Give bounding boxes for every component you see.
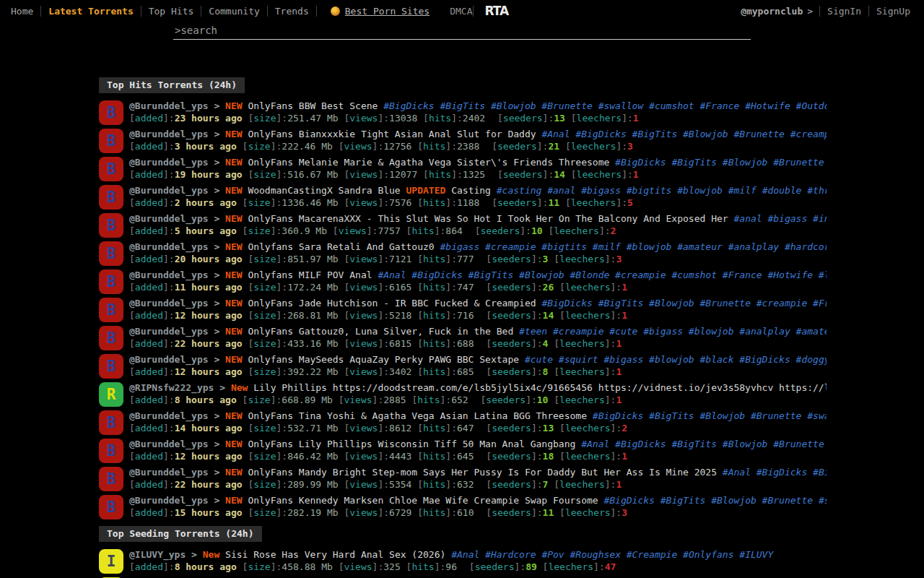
uploader-link[interactable]: @Burunddel_yps <box>129 354 209 365</box>
hashtag-links[interactable]: #BigDicks #BigTits #Blowjob #Brunette #s… <box>603 495 827 506</box>
nav-item-home[interactable]: Home <box>4 6 40 17</box>
torrent-title-link[interactable]: OnlyFans Melanie Marie & Agatha Vega Sis… <box>248 157 609 168</box>
best-porn-sites-link[interactable]: Best Porn Sites <box>331 6 430 17</box>
uploader-avatar[interactable]: B <box>99 354 123 379</box>
signup-link[interactable]: SignUp <box>870 6 917 17</box>
uploader-link[interactable]: @Burunddel_yps <box>129 467 209 478</box>
uploader-avatar[interactable]: B <box>99 129 123 153</box>
nav-item-community[interactable]: Community <box>202 6 266 17</box>
search-input[interactable] <box>173 23 751 40</box>
nav-item-trends[interactable]: Trends <box>269 6 315 17</box>
uploader-link[interactable]: @Burunddel_yps <box>129 269 209 280</box>
torrent-title-link[interactable]: OnlyFans Gattouz0, Luna Silver, Fuck in … <box>248 326 513 337</box>
uploader-avatar[interactable]: B <box>99 410 123 435</box>
stat-label-seeders: seeders <box>492 254 531 264</box>
hashtag-links[interactable]: #Anal #BigDicks #BigTits #Blowjob #Blond… <box>378 269 827 280</box>
stat-bracket: ]: <box>271 141 282 152</box>
stat-value-hits: 2402 <box>463 113 485 124</box>
hashtag-links[interactable]: #BigDicks #BigTits #Blowjob #Brunette #c… <box>541 298 827 309</box>
signin-link[interactable]: SignIn <box>821 6 868 17</box>
torrent-title-link[interactable]: OnlyFans Jade Hutchison - IR BBC Fucked … <box>248 298 536 309</box>
uploader-avatar[interactable]: R <box>99 382 123 407</box>
hashtag-links[interactable]: #Anal #BigDicks #BigTits #Blowjob #Brune… <box>541 129 827 139</box>
stat-value-seeders: 13 <box>543 423 554 434</box>
uploader-avatar[interactable]: B <box>99 298 123 322</box>
hashtag-links[interactable]: #teen #creampie #cute #bigass #blowjob #… <box>519 326 827 337</box>
uploader-avatar[interactable]: B <box>99 495 123 519</box>
torrent-title-link[interactable]: Onlyfans MaySeeds AquaZay Perky PAWG BBC… <box>248 354 519 365</box>
uploader-avatar[interactable]: B <box>99 439 123 463</box>
stat-value-seeders: 14 <box>543 310 554 321</box>
uploader-link[interactable]: @Burunddel_yps <box>129 495 209 506</box>
torrent-title-link[interactable]: OnlyFans Bianxxxkie Tight Asian Anal Slu… <box>248 129 536 139</box>
torrent-title-link[interactable]: Sisi Rose Has Very Hard Anal Sex (2026) <box>225 549 445 560</box>
section-header: Top Hits Torrents (24h) <box>99 77 245 93</box>
hashtag-links[interactable]: #casting #anal #bigass #bigtits #blowjob… <box>497 185 827 196</box>
hashtag-links[interactable]: #cute #squirt #bigass #blowjob #black #B… <box>525 354 827 365</box>
uploader-link[interactable]: @Burunddel_yps <box>129 157 209 168</box>
torrent-title-link[interactable]: Onlyfans Sara Retali And Gattouz0 <box>248 241 434 252</box>
stat-value-added: 3 hours ago <box>175 141 237 152</box>
stat-value-added: 14 hours ago <box>175 423 243 434</box>
uploader-avatar[interactable]: B <box>99 241 123 266</box>
torrent-title-link[interactable]: OnlyFans Lily Phillips Wisconsin Tiff 50… <box>248 439 575 449</box>
stat-bracket: ]: <box>163 310 175 321</box>
status-badge: NEW <box>225 439 242 449</box>
brand-handle[interactable]: @mypornclub <box>741 6 803 17</box>
stat-label-leechers: leechers <box>548 561 593 572</box>
stat-bracket: ]: <box>531 338 543 349</box>
nav-item-latest-torrents[interactable]: Latest Torrents <box>42 6 139 17</box>
torrent-title-link[interactable]: OnlyFans Tina Yoshi & Agatha Vega Asian … <box>248 410 587 421</box>
torrent-title-link[interactable]: OnlyFans MacarenaXXX - This Slut Was So … <box>248 213 728 224</box>
stat-label-size: size <box>248 225 270 236</box>
uploader-link[interactable]: @Burunddel_yps <box>129 129 209 139</box>
stat-bracket: ]: <box>276 310 288 321</box>
uploader-avatar[interactable]: B <box>99 467 123 491</box>
uploader-link[interactable]: @RIPNsfw222_yps <box>129 382 214 393</box>
torrent-title-link[interactable]: OnlyFans Mandy Bright Step-mom Says Her … <box>248 467 717 478</box>
hashtag-links[interactable]: #BigDicks #BigTits #Blowjob #Brunette #s… <box>383 100 827 111</box>
uploader-link[interactable]: @ILUVY_yps <box>129 549 186 560</box>
stat-label-added: added <box>135 282 163 293</box>
stat-label-seeders: seeders <box>492 282 531 293</box>
uploader-avatar[interactable]: B <box>99 157 123 181</box>
uploader-avatar[interactable]: B <box>99 100 123 125</box>
uploader-link[interactable]: @Burunddel_yps <box>129 410 209 421</box>
uploader-avatar[interactable]: I <box>99 549 123 574</box>
stat-bracket: ]: <box>445 366 457 377</box>
uploader-avatar[interactable]: B <box>99 213 123 238</box>
stat-bracket: [ <box>469 561 475 572</box>
uploader-link[interactable]: @Burunddel_yps <box>129 213 209 224</box>
hashtag-links[interactable]: #BigDicks #BigTits #Blowjob #Brunette #s… <box>593 410 827 421</box>
hashtag-links[interactable]: #Anal #Hardcore #Pov #Roughsex #Creampie… <box>451 549 773 560</box>
uploader-avatar[interactable]: B <box>99 185 123 210</box>
stat-bracket: [ <box>565 197 571 208</box>
uploader-link[interactable]: @Burunddel_yps <box>129 439 209 449</box>
hashtag-links[interactable]: #BigDicks #BigTits #Blowjob #Brunette #s… <box>615 157 827 168</box>
uploader-link[interactable]: @Burunddel_yps <box>129 298 209 309</box>
uploader-link[interactable]: @Burunddel_yps <box>129 100 209 111</box>
uploader-link[interactable]: @Burunddel_yps <box>129 185 209 196</box>
torrent-title-link[interactable]: OnlyFans Kennedy Marksen Chloe Mae Wife … <box>248 495 598 506</box>
stat-bracket: ]: <box>276 113 288 124</box>
torrent-title-link[interactable]: Onlyfans MILF POV Anal <box>248 269 372 280</box>
hashtag-links[interactable]: #bigass #creampie #bigtits #milf #blowjo… <box>440 241 827 252</box>
hashtag-links[interactable]: #anal #bigass #interrac… <box>733 213 827 224</box>
nav-item-top-hits[interactable]: Top Hits <box>142 6 201 17</box>
uploader-link[interactable]: @Burunddel_yps <box>129 326 209 337</box>
torrent-title-link[interactable]: WoodmanCastingX Sandra Blue <box>248 185 400 196</box>
hashtag-links[interactable]: #Anal #BigDicks #BigTits #Blowjob #Brune… <box>581 439 827 449</box>
stat-bracket: ]: <box>163 113 175 124</box>
torrent-title-link[interactable]: OnlyFans BBW Best Scene <box>248 100 378 111</box>
status-badge: NEW <box>225 213 242 224</box>
uploader-avatar[interactable]: B <box>99 269 123 294</box>
hashtag-links[interactable]: #Anal #BigDicks #BigTits … <box>723 467 827 478</box>
stat-label-hits: hits <box>429 169 451 180</box>
torrent-title-link[interactable]: Lily Phillips https://doodstream.com/e/l… <box>253 382 827 393</box>
torrent-title-link[interactable]: Casting <box>451 185 491 196</box>
stat-bracket: [ <box>571 169 577 180</box>
uploader-link[interactable]: @Burunddel_yps <box>129 241 209 252</box>
dmca-link[interactable]: DMCA <box>450 6 472 17</box>
uploader-avatar[interactable]: B <box>99 326 123 350</box>
stat-label-seeders: seeders <box>503 113 543 124</box>
